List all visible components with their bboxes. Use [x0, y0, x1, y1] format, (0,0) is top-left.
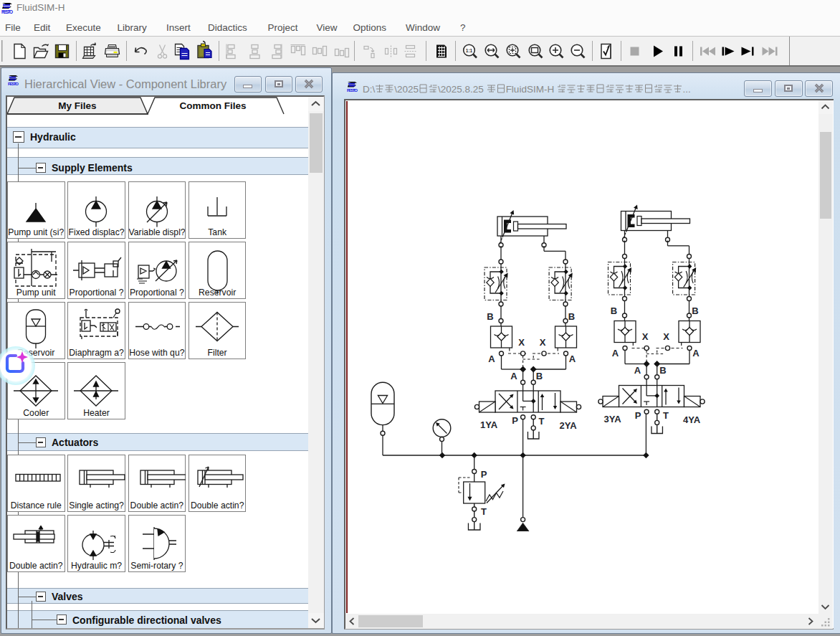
svg-text:A: A: [612, 348, 619, 359]
svg-text:T: T: [663, 410, 669, 421]
svg-text:A: A: [692, 348, 700, 359]
svg-text:4YA: 4YA: [683, 414, 701, 425]
svg-text:T: T: [481, 506, 487, 517]
svg-text:1YA: 1YA: [480, 419, 498, 430]
svg-text:X: X: [642, 331, 649, 342]
svg-text:X: X: [663, 331, 669, 342]
svg-text:P: P: [512, 415, 518, 426]
svg-text:2YA: 2YA: [559, 420, 577, 431]
svg-text:B: B: [692, 305, 698, 316]
svg-text:A: A: [510, 371, 517, 381]
svg-text:P: P: [481, 469, 487, 480]
svg-text:P: P: [635, 410, 641, 421]
svg-text:B: B: [568, 311, 575, 322]
svg-text:A: A: [634, 365, 641, 376]
svg-text:B: B: [487, 311, 493, 322]
svg-text:T: T: [539, 416, 545, 427]
svg-text:X: X: [518, 337, 525, 348]
svg-text:B: B: [659, 365, 666, 376]
svg-text:A: A: [569, 353, 576, 364]
svg-text:B: B: [536, 371, 543, 381]
svg-text:X: X: [540, 337, 546, 348]
svg-text:3YA: 3YA: [603, 414, 621, 424]
svg-text:A: A: [488, 353, 495, 364]
svg-text:B: B: [611, 305, 617, 316]
